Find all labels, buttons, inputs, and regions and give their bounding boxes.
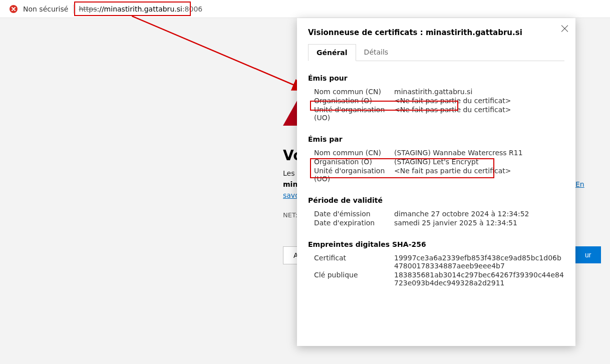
- label-issuer-o: Organisation (O): [314, 158, 394, 166]
- tab-details[interactable]: Détails: [356, 44, 397, 61]
- label-subject-o: Organisation (O): [314, 97, 394, 105]
- value-issuer-o: (STAGING) Let's Encrypt: [394, 158, 564, 166]
- url-scheme: https: [79, 5, 97, 13]
- return-button[interactable]: ur: [575, 246, 601, 263]
- value-expires-on: samedi 25 janvier 2025 à 12:34:51: [394, 219, 564, 227]
- row-issued-on: Date d'émission dimanche 27 octobre 2024…: [308, 209, 564, 218]
- label-issuer-cn: Nom commun (CN): [314, 149, 394, 157]
- value-fp-cert: 19997ce3a6a2339efb853f438ce9ad85bc1d06b4…: [394, 254, 564, 270]
- section-fingerprints: Empreintes digitales SHA-256 Certificat …: [308, 240, 564, 287]
- heading-issued-to: Émis pour: [308, 74, 564, 82]
- cert-title-host: minastirith.gattabru.si: [426, 28, 522, 37]
- url-field[interactable]: https://minastirith.gattabru.si:8006: [79, 5, 202, 13]
- value-issued-on: dimanche 27 octobre 2024 à 12:34:52: [394, 210, 564, 218]
- row-issuer-ou: Unité d'organisation (UO) <Ne fait pas p…: [308, 166, 564, 183]
- value-subject-o: <Ne fait pas partie du certificat>: [394, 97, 564, 105]
- row-subject-cn: Nom commun (CN) minastirith.gattabru.si: [308, 87, 564, 96]
- row-expires-on: Date d'expiration samedi 25 janvier 2025…: [308, 218, 564, 227]
- heading-fingerprints: Empreintes digitales SHA-256: [308, 240, 564, 248]
- value-issuer-ou: <Ne fait pas partie du certificat>: [394, 167, 564, 183]
- heading-issued-by: Émis par: [308, 135, 564, 143]
- learn-more-link-a[interactable]: En: [575, 180, 584, 188]
- heading-validity: Période de validité: [308, 196, 564, 204]
- row-subject-ou: Unité d'organisation (UO) <Ne fait pas p…: [308, 105, 564, 122]
- label-fp-pubkey: Clé publique: [314, 271, 394, 287]
- cert-title-prefix: Visionneuse de certificats :: [308, 28, 426, 37]
- section-issued-by: Émis par Nom commun (CN) (STAGING) Wanna…: [308, 135, 564, 183]
- cert-tabs: Général Détails: [308, 44, 564, 61]
- label-expires-on: Date d'expiration: [314, 219, 394, 227]
- row-fp-cert: Certificat 19997ce3a6a2339efb853f438ce9a…: [308, 253, 564, 270]
- certificate-viewer-dialog: Visionneuse de certificats : minastirith…: [297, 18, 575, 346]
- value-issuer-cn: (STAGING) Wannabe Watercress R11: [394, 149, 564, 157]
- section-issued-to: Émis pour Nom commun (CN) minastirith.ga…: [308, 74, 564, 122]
- label-subject-ou: Unité d'organisation (UO): [314, 106, 394, 122]
- label-issuer-ou: Unité d'organisation (UO): [314, 167, 394, 183]
- url-port: :8006: [182, 5, 202, 13]
- row-fp-pubkey: Clé publique 183835681ab3014c297bec64267…: [308, 270, 564, 287]
- label-fp-cert: Certificat: [314, 254, 394, 270]
- close-icon[interactable]: [560, 24, 569, 33]
- not-secure-icon: [9, 5, 18, 14]
- tab-general[interactable]: Général: [308, 44, 356, 61]
- value-subject-ou: <Ne fait pas partie du certificat>: [394, 106, 564, 122]
- row-issuer-o: Organisation (O) (STAGING) Let's Encrypt: [308, 157, 564, 166]
- cert-dialog-title: Visionneuse de certificats : minastirith…: [308, 28, 564, 37]
- value-fp-pubkey: 183835681ab3014c297bec64267f39390c44e847…: [394, 271, 564, 287]
- url-host: ://minastirith.gattabru.si: [97, 5, 182, 13]
- value-subject-cn: minastirith.gattabru.si: [394, 88, 564, 96]
- row-subject-o: Organisation (O) <Ne fait pas partie du …: [308, 96, 564, 105]
- label-issued-on: Date d'émission: [314, 210, 394, 218]
- address-bar: Non sécurisé https://minastirith.gattabr…: [0, 0, 610, 18]
- label-subject-cn: Nom commun (CN): [314, 88, 394, 96]
- separator: [73, 5, 74, 14]
- row-issuer-cn: Nom commun (CN) (STAGING) Wannabe Waterc…: [308, 148, 564, 157]
- security-label: Non sécurisé: [23, 5, 68, 13]
- section-validity: Période de validité Date d'émission dima…: [308, 196, 564, 227]
